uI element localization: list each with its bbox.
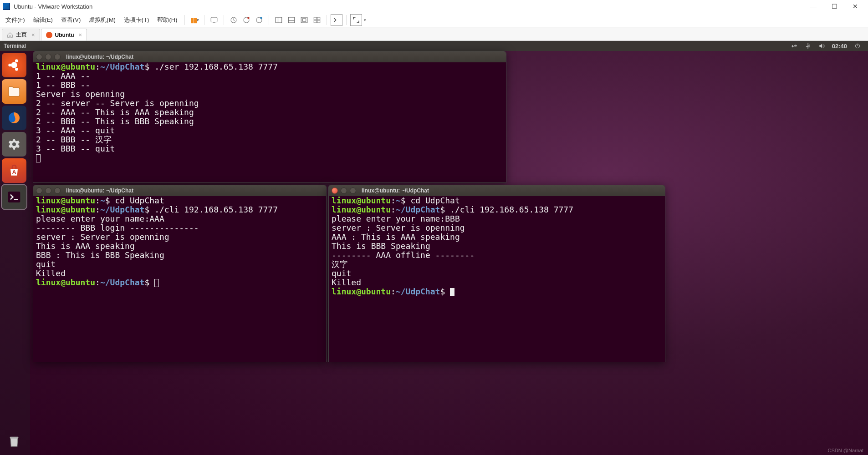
active-app-name: Terminal: [4, 43, 787, 49]
clock[interactable]: 02:40: [832, 43, 847, 50]
svg-rect-25: [10, 437, 19, 439]
menu-help[interactable]: 帮助(H): [153, 14, 181, 26]
close-icon[interactable]: ×: [31, 31, 35, 38]
terminal-titlebar[interactable]: linux@ubuntu: ~/UdpChat: [33, 51, 506, 62]
window-max-icon[interactable]: [54, 54, 61, 60]
ubuntu-top-bar: Terminal 02:40: [0, 41, 868, 51]
volume-icon[interactable]: [818, 43, 825, 49]
menu-edit[interactable]: 编辑(E): [30, 14, 56, 26]
svg-rect-8: [289, 17, 295, 23]
terminal-body[interactable]: linux@ubuntu:~$ cd UdpChat linux@ubuntu:…: [329, 196, 665, 299]
terminal-title: linux@ubuntu: ~/UdpChat: [66, 187, 133, 194]
launcher-trash[interactable]: [2, 429, 26, 453]
launcher-settings[interactable]: [2, 132, 26, 157]
terminal-body[interactable]: linux@ubuntu:~/UdpChat$ ./ser 192.168.65…: [33, 62, 506, 165]
launcher-firefox[interactable]: [2, 106, 26, 130]
maximize-button[interactable]: ☐: [824, 1, 844, 12]
svg-rect-12: [314, 17, 317, 20]
terminal-titlebar[interactable]: linux@ubuntu: ~/UdpChat: [329, 185, 665, 196]
window-title: Ubuntu - VMware Workstation: [14, 3, 803, 10]
svg-rect-13: [317, 17, 320, 20]
window-close-icon[interactable]: [332, 187, 338, 194]
unity-icon[interactable]: [298, 14, 310, 26]
terminal-window-server[interactable]: linux@ubuntu: ~/UdpChat linux@ubuntu:~/U…: [33, 51, 506, 183]
cursor: [36, 154, 41, 162]
workspace: linux@ubuntu: ~/UdpChat linux@ubuntu:~/U…: [30, 51, 868, 455]
thumbnail-icon[interactable]: [311, 14, 323, 26]
menu-tabs[interactable]: 选项卡(T): [120, 14, 153, 26]
vmware-icon: [3, 3, 10, 10]
terminal-window-client-b[interactable]: linux@ubuntu: ~/UdpChat linux@ubuntu:~$ …: [328, 185, 665, 362]
split-bottom-icon[interactable]: [286, 14, 297, 26]
split-left-icon[interactable]: [273, 14, 285, 26]
svg-point-22: [12, 142, 16, 146]
ubuntu-desktop: A linux@ubuntu: ~/UdpChat linux@ubuntu:~…: [0, 51, 868, 455]
fullscreen-icon[interactable]: [350, 14, 362, 26]
watermark: CSDN @Narnat: [828, 448, 863, 453]
unity-launcher: A: [0, 51, 30, 455]
menu-view[interactable]: 查看(V): [57, 14, 84, 26]
cursor: [450, 288, 454, 296]
svg-point-19: [15, 59, 18, 62]
menu-vm[interactable]: 虚拟机(M): [85, 14, 119, 26]
svg-point-18: [8, 64, 11, 67]
menu-file[interactable]: 文件(F): [2, 14, 29, 26]
revert-icon[interactable]: [253, 14, 265, 26]
pause-button[interactable]: ▮▮ ▾: [189, 14, 200, 26]
send-ctrl-alt-del-icon[interactable]: [208, 14, 220, 26]
svg-text:A: A: [12, 169, 16, 176]
minimize-button[interactable]: —: [803, 1, 823, 12]
ubuntu-icon: [46, 32, 52, 38]
power-icon[interactable]: [854, 43, 861, 49]
console-icon[interactable]: [331, 14, 342, 26]
vm-tab-strip: 主页 × Ubuntu ×: [0, 27, 868, 41]
snapshot-icon[interactable]: [228, 14, 240, 26]
window-min-icon[interactable]: [45, 187, 51, 194]
svg-rect-15: [317, 20, 320, 22]
window-min-icon[interactable]: [341, 187, 347, 194]
window-close-icon[interactable]: [36, 187, 42, 194]
terminal-window-client-a[interactable]: linux@ubuntu: ~/UdpChat linux@ubuntu:~$ …: [33, 185, 327, 362]
svg-rect-14: [314, 20, 317, 22]
terminal-title: linux@ubuntu: ~/UdpChat: [66, 54, 133, 60]
cursor: [154, 279, 159, 287]
window-min-icon[interactable]: [45, 54, 51, 60]
launcher-files[interactable]: [2, 79, 26, 104]
svg-point-20: [15, 68, 18, 71]
snapshot-manager-icon[interactable]: [240, 14, 252, 26]
close-button[interactable]: ✕: [845, 1, 865, 12]
terminal-title: linux@ubuntu: ~/UdpChat: [362, 187, 429, 194]
svg-point-5: [260, 17, 263, 19]
window-close-icon[interactable]: [36, 54, 42, 60]
terminal-titlebar[interactable]: linux@ubuntu: ~/UdpChat: [33, 185, 326, 196]
svg-point-3: [248, 17, 250, 19]
svg-rect-11: [303, 19, 306, 21]
tab-home-label: 主页: [16, 31, 27, 39]
window-titlebar: Ubuntu - VMware Workstation — ☐ ✕: [0, 0, 868, 13]
menu-bar: 文件(F) 编辑(E) 查看(V) 虚拟机(M) 选项卡(T) 帮助(H) ▮▮…: [0, 13, 868, 27]
window-max-icon[interactable]: [350, 187, 356, 194]
svg-rect-6: [276, 17, 282, 23]
tab-ubuntu[interactable]: Ubuntu ×: [41, 29, 87, 40]
launcher-terminal[interactable]: [2, 185, 26, 209]
launcher-dash[interactable]: [2, 53, 26, 77]
svg-rect-24: [8, 192, 20, 202]
terminal-body[interactable]: linux@ubuntu:~$ cd UdpChat linux@ubuntu:…: [33, 196, 326, 290]
home-icon: [7, 32, 13, 38]
window-max-icon[interactable]: [54, 187, 61, 194]
bluetooth-icon[interactable]: [805, 43, 811, 49]
launcher-software[interactable]: A: [2, 158, 26, 183]
svg-point-17: [11, 62, 17, 68]
tab-ubuntu-label: Ubuntu: [55, 32, 74, 38]
close-icon[interactable]: ×: [79, 31, 82, 38]
svg-rect-10: [301, 17, 308, 23]
svg-rect-0: [211, 17, 218, 22]
tab-home[interactable]: 主页 ×: [2, 29, 40, 40]
network-icon[interactable]: [791, 43, 797, 49]
